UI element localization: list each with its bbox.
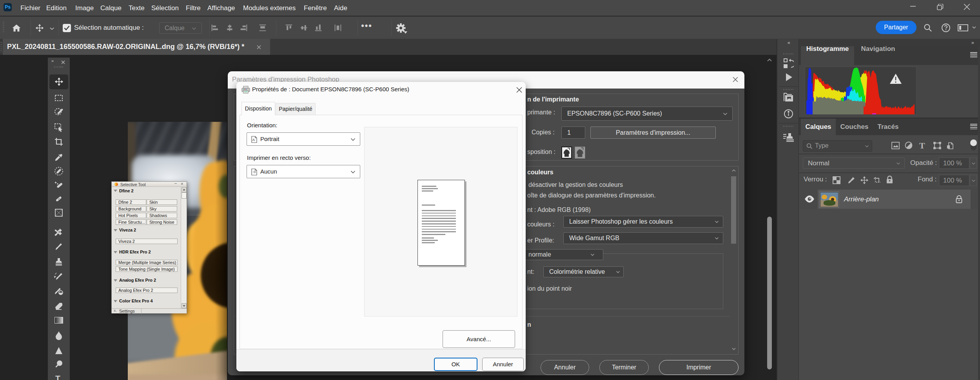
svg-text:A: A: [252, 138, 255, 142]
